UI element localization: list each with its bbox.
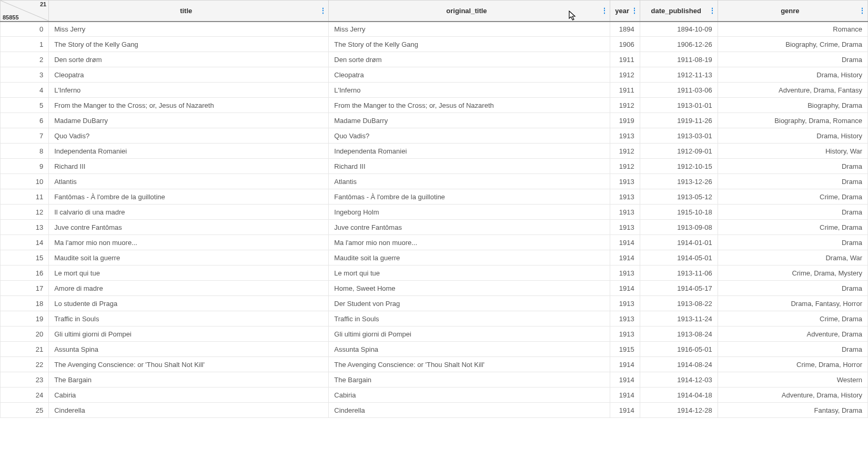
corner-cell[interactable]: 21 85855 — [1, 1, 49, 22]
row-index-header[interactable]: 6 — [1, 113, 49, 128]
cell-date_published[interactable]: 1913-12-26 — [640, 174, 718, 189]
cell-year[interactable]: 1894 — [610, 22, 640, 37]
table-row[interactable]: 23The BargainThe Bargain19141914-12-03We… — [1, 372, 868, 387]
cell-genre[interactable]: Fantasy, Drama — [718, 403, 867, 418]
cell-title[interactable]: Fantômas - À l'ombre de la guillotine — [49, 189, 329, 205]
cell-date_published[interactable]: 1919-11-26 — [640, 113, 718, 128]
cell-date_published[interactable]: 1894-10-09 — [640, 22, 718, 37]
cell-original_title[interactable]: Traffic in Souls — [329, 311, 610, 326]
cell-year[interactable]: 1913 — [610, 266, 640, 281]
cell-original_title[interactable]: Cleopatra — [329, 67, 610, 83]
cell-title[interactable]: Miss Jerry — [49, 22, 329, 37]
table-row[interactable]: 9Richard IIIRichard III19121912-10-15Dra… — [1, 159, 868, 174]
cell-year[interactable]: 1911 — [610, 52, 640, 67]
row-index-header[interactable]: 5 — [1, 98, 49, 113]
cell-original_title[interactable]: Quo Vadis? — [329, 128, 610, 144]
cell-year[interactable]: 1914 — [610, 403, 640, 418]
table-row[interactable]: 24CabiriaCabiria19141914-04-18Adventure,… — [1, 387, 868, 403]
cell-title[interactable]: Cinderella — [49, 403, 329, 418]
table-row[interactable]: 15Maudite soit la guerreMaudite soit la … — [1, 250, 868, 266]
cell-original_title[interactable]: The Bargain — [329, 372, 610, 387]
cell-date_published[interactable]: 1911-03-06 — [640, 83, 718, 98]
row-index-header[interactable]: 10 — [1, 174, 49, 189]
cell-title[interactable]: Quo Vadis? — [49, 128, 329, 144]
row-index-header[interactable]: 0 — [1, 22, 49, 37]
table-row[interactable]: 0Miss JerryMiss Jerry18941894-10-09Roman… — [1, 22, 868, 37]
cell-genre[interactable]: Drama — [718, 205, 867, 220]
row-index-header[interactable]: 14 — [1, 235, 49, 250]
cell-original_title[interactable]: The Story of the Kelly Gang — [329, 37, 610, 52]
row-index-header[interactable]: 7 — [1, 128, 49, 144]
cell-title[interactable]: Gli ultimi giorni di Pompei — [49, 326, 329, 342]
cell-original_title[interactable]: Den sorte drøm — [329, 52, 610, 67]
table-row[interactable]: 16Le mort qui tueLe mort qui tue19131913… — [1, 266, 868, 281]
row-index-header[interactable]: 23 — [1, 372, 49, 387]
table-row[interactable]: 5From the Manger to the Cross; or, Jesus… — [1, 98, 868, 113]
cell-year[interactable]: 1911 — [610, 83, 640, 98]
cell-date_published[interactable]: 1914-12-03 — [640, 372, 718, 387]
cell-title[interactable]: Assunta Spina — [49, 342, 329, 357]
cell-year[interactable]: 1912 — [610, 144, 640, 159]
column-header-year[interactable]: year⋮ — [610, 1, 640, 22]
cell-original_title[interactable]: Maudite soit la guerre — [329, 250, 610, 266]
cell-year[interactable]: 1913 — [610, 296, 640, 311]
table-row[interactable]: 17Amore di madreHome, Sweet Home19141914… — [1, 281, 868, 296]
cell-genre[interactable]: Adventure, Drama — [718, 326, 867, 342]
cell-year[interactable]: 1906 — [610, 37, 640, 52]
cell-genre[interactable]: Drama — [718, 235, 867, 250]
table-row[interactable]: 19Traffic in SoulsTraffic in Souls191319… — [1, 311, 868, 326]
cell-genre[interactable]: Biography, Drama, Romance — [718, 113, 867, 128]
row-index-header[interactable]: 25 — [1, 403, 49, 418]
table-row[interactable]: 12Il calvario di una madreIngeborg Holm1… — [1, 205, 868, 220]
column-header-date_published[interactable]: date_published⋮ — [640, 1, 718, 22]
cell-year[interactable]: 1913 — [610, 220, 640, 235]
cell-original_title[interactable]: Miss Jerry — [329, 22, 610, 37]
table-row[interactable]: 21Assunta SpinaAssunta Spina19151916-05-… — [1, 342, 868, 357]
row-index-header[interactable]: 4 — [1, 83, 49, 98]
cell-genre[interactable]: Adventure, Drama, Fantasy — [718, 83, 867, 98]
row-index-header[interactable]: 9 — [1, 159, 49, 174]
cell-genre[interactable]: Adventure, Drama, History — [718, 387, 867, 403]
column-header-title[interactable]: title⋮ — [49, 1, 329, 22]
cell-genre[interactable]: Crime, Drama, Horror — [718, 357, 867, 372]
cell-genre[interactable]: Drama, War — [718, 250, 867, 266]
row-index-header[interactable]: 2 — [1, 52, 49, 67]
cell-original_title[interactable]: Cabiria — [329, 387, 610, 403]
cell-date_published[interactable]: 1913-05-12 — [640, 189, 718, 205]
cell-original_title[interactable]: Ma l'amor mio non muore... — [329, 235, 610, 250]
column-header-genre[interactable]: genre⋮ — [718, 1, 867, 22]
cell-year[interactable]: 1913 — [610, 128, 640, 144]
cell-date_published[interactable]: 1914-08-24 — [640, 357, 718, 372]
column-menu-icon[interactable]: ⋮ — [601, 7, 608, 14]
cell-date_published[interactable]: 1913-11-24 — [640, 311, 718, 326]
cell-title[interactable]: Amore di madre — [49, 281, 329, 296]
row-index-header[interactable]: 12 — [1, 205, 49, 220]
cell-year[interactable]: 1912 — [610, 98, 640, 113]
row-index-header[interactable]: 19 — [1, 311, 49, 326]
cell-genre[interactable]: Western — [718, 372, 867, 387]
table-row[interactable]: 3CleopatraCleopatra19121912-11-13Drama, … — [1, 67, 868, 83]
table-row[interactable]: 22The Avenging Conscience: or 'Thou Shal… — [1, 357, 868, 372]
cell-title[interactable]: Traffic in Souls — [49, 311, 329, 326]
cell-original_title[interactable]: Atlantis — [329, 174, 610, 189]
cell-title[interactable]: Atlantis — [49, 174, 329, 189]
table-row[interactable]: 14Ma l'amor mio non muore...Ma l'amor mi… — [1, 235, 868, 250]
cell-date_published[interactable]: 1914-01-01 — [640, 235, 718, 250]
cell-genre[interactable]: Crime, Drama, Mystery — [718, 266, 867, 281]
cell-genre[interactable]: Drama — [718, 174, 867, 189]
cell-title[interactable]: Maudite soit la guerre — [49, 250, 329, 266]
table-row[interactable]: 25CinderellaCinderella19141914-12-28Fant… — [1, 403, 868, 418]
cell-original_title[interactable]: From the Manger to the Cross; or, Jesus … — [329, 98, 610, 113]
cell-year[interactable]: 1913 — [610, 311, 640, 326]
cell-date_published[interactable]: 1911-08-19 — [640, 52, 718, 67]
table-row[interactable]: 1The Story of the Kelly GangThe Story of… — [1, 37, 868, 52]
cell-title[interactable]: The Story of the Kelly Gang — [49, 37, 329, 52]
cell-title[interactable]: The Avenging Conscience: or 'Thou Shalt … — [49, 357, 329, 372]
cell-year[interactable]: 1914 — [610, 387, 640, 403]
row-index-header[interactable]: 1 — [1, 37, 49, 52]
table-row[interactable]: 4L'InfernoL'Inferno19111911-03-06Adventu… — [1, 83, 868, 98]
cell-year[interactable]: 1912 — [610, 67, 640, 83]
cell-date_published[interactable]: 1914-12-28 — [640, 403, 718, 418]
cell-title[interactable]: Cabiria — [49, 387, 329, 403]
cell-genre[interactable]: Biography, Drama — [718, 98, 867, 113]
